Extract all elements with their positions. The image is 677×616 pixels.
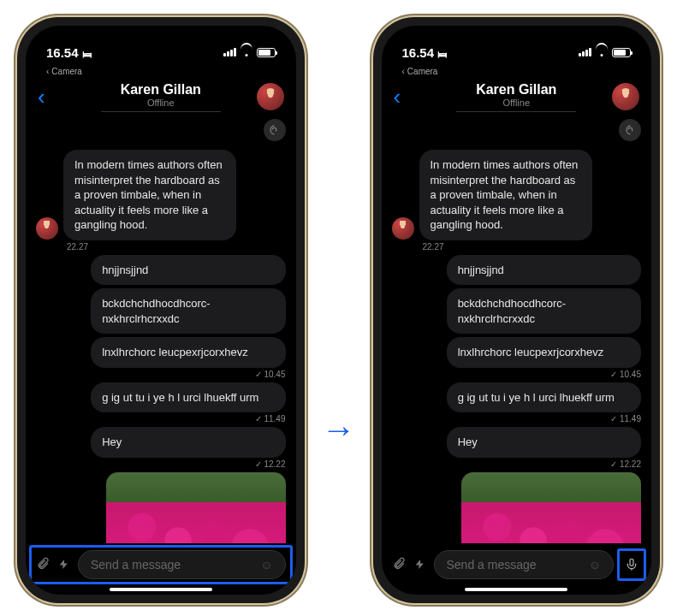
message-input[interactable]: Send a message ☺ [78,550,286,579]
status-time: 16.54 [402,45,435,60]
message-sent[interactable]: Hey [91,427,285,458]
avatar[interactable] [257,83,284,110]
back-button[interactable]: ‹ [394,84,401,110]
fingerprint-icon[interactable] [264,119,286,141]
message-sent[interactable]: bckdchchdhocdhcorc­nxkhrclrhcrxxdc [91,288,285,334]
status-time: 16.54 [46,45,79,60]
message-image[interactable] [461,472,641,543]
emoji-icon[interactable]: ☺ [589,558,601,572]
timestamp: 11.49 [36,414,286,424]
chat-header: ‹ Karen Gillan Offline [382,76,652,119]
chevron-left-icon: ‹ [46,67,49,76]
input-bar: Send a message ☺ [382,543,652,583]
message-sent[interactable]: lnxlhrchorc leucpexrjcorxhevz [447,337,641,368]
breadcrumb[interactable]: ‹ Camera [26,67,296,76]
message-sent[interactable]: bckdchchdhocdhcorc­nxkhrclrhcrxxdc [447,288,641,334]
flash-icon[interactable] [58,558,69,572]
flash-icon[interactable] [414,558,425,572]
wifi-icon [596,48,608,56]
home-indicator[interactable] [110,588,212,591]
attach-icon[interactable] [36,557,50,573]
microphone-button[interactable] [622,555,641,574]
alarm-icon: 🛏 [82,49,92,59]
battery-icon [612,48,631,57]
fingerprint-icon[interactable] [619,119,641,141]
message-sent[interactable]: Hey [447,427,641,458]
attach-icon[interactable] [392,557,406,573]
contact-status: Offline [26,98,296,108]
message-received[interactable]: In modern times authors often misinterpr… [63,150,236,240]
chat-header: ‹ Karen Gillan Offline [26,76,296,119]
message-sent[interactable]: hnjjnsjjnd [447,255,641,286]
chevron-left-icon: ‹ [402,67,405,76]
timestamp: 22.27 [67,242,286,252]
timestamp: 10.45 [392,370,642,379]
avatar[interactable] [612,83,639,110]
emoji-icon[interactable]: ☺ [260,558,272,572]
message-input[interactable]: Send a message ☺ [434,550,615,579]
timestamp: 22.27 [423,242,642,252]
alarm-icon: 🛏 [437,49,447,59]
message-received[interactable]: In modern times authors often misinterpr… [419,150,592,240]
signal-icon [223,48,236,56]
message-image[interactable] [106,472,286,543]
message-sent[interactable]: g ig ut tu i ye h l urci lhuekff urm [447,382,641,413]
signal-icon [579,48,591,56]
input-bar: Send a message ☺ [26,543,296,583]
contact-name: Karen Gillan [382,82,652,98]
message-sent[interactable]: lnxlhrchorc leucpexrjcorxhevz [91,337,285,368]
arrow-icon: → [322,171,356,449]
phone-frame-right: 16.54 🛏 ‹ Camera ‹ Karen Gillan Offline [373,17,661,603]
back-button[interactable]: ‹ [38,84,45,110]
message-sent[interactable]: g ig ut tu i ye h l urci lhuekff urm [91,382,285,413]
timestamp: 10.45 [36,370,286,379]
phone-frame-left: 16.54 🛏 ‹ Camera ‹ Karen Gillan Offline [17,17,305,603]
avatar[interactable] [36,217,58,240]
battery-icon [257,48,276,57]
contact-status: Offline [382,98,652,108]
avatar[interactable] [392,217,414,240]
breadcrumb[interactable]: ‹ Camera [382,67,652,76]
home-indicator[interactable] [465,588,567,591]
contact-name: Karen Gillan [26,82,296,98]
timestamp: 12.22 [36,459,286,469]
message-sent[interactable]: hnjjnsjjnd [91,255,285,286]
chat-scroll[interactable]: In modern times authors often misinterpr… [382,119,652,543]
chat-scroll[interactable]: In modern times authors often misinterpr… [26,119,296,543]
svg-rect-0 [630,559,633,566]
timestamp: 12.22 [392,459,642,469]
wifi-icon [241,48,252,56]
timestamp: 11.49 [392,414,642,424]
